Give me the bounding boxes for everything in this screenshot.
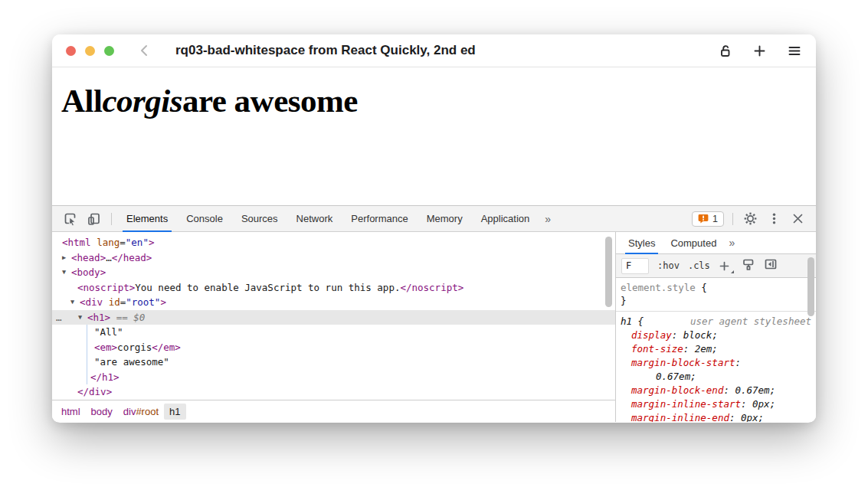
styles-scrollbar-thumb[interactable]: [807, 257, 814, 316]
disclosure-arrow-icon[interactable]: ▼: [62, 265, 66, 280]
css-property[interactable]: margin-inline-start: 0px;: [621, 397, 811, 411]
traffic-light-close[interactable]: [66, 46, 76, 56]
lock-open-icon[interactable]: [718, 44, 732, 58]
heading-text: All: [61, 83, 102, 119]
property-value: block;: [683, 329, 718, 341]
breadcrumb-item[interactable]: body: [86, 404, 118, 420]
css-property[interactable]: margin-inline-end: 0px;: [621, 411, 811, 422]
issues-badge[interactable]: 1: [692, 211, 724, 227]
css-property[interactable]: margin-block-start:: [621, 356, 811, 370]
tab-application[interactable]: Application: [472, 206, 539, 231]
code-token: </h1>: [90, 371, 120, 383]
rule-selector[interactable]: element.style {: [621, 281, 707, 294]
breadcrumb-item[interactable]: h1: [164, 404, 185, 420]
new-tab-plus-icon[interactable]: [752, 44, 767, 58]
code-token: <h1>: [87, 312, 110, 323]
devtools-panel: ElementsConsoleSourcesNetworkPerformance…: [52, 205, 816, 422]
property-colon: :: [723, 384, 735, 396]
breadcrumb-token: h1: [169, 406, 180, 417]
device-toolbar-icon[interactable]: [82, 211, 106, 226]
sidebar-tabs-overflow-button[interactable]: »: [724, 232, 739, 253]
tree-row[interactable]: <noscript>You need to enable JavaScript …: [52, 280, 615, 296]
code-token: =: [120, 237, 126, 248]
inspect-element-icon[interactable]: [58, 211, 82, 226]
tab-console[interactable]: Console: [177, 206, 232, 231]
page-title: rq03-bad-whitespace from React Quickly, …: [175, 43, 476, 58]
close-devtools-icon[interactable]: [786, 211, 810, 226]
property-value: 2em;: [695, 343, 718, 355]
issue-bubble-icon: [698, 214, 709, 224]
css-property[interactable]: display: block;: [621, 328, 811, 342]
tree-row[interactable]: </h1>: [52, 370, 615, 385]
sidebar-tab-styles[interactable]: Styles: [621, 232, 663, 253]
tabs-overflow-button[interactable]: »: [539, 213, 557, 225]
settings-gear-icon[interactable]: [739, 211, 762, 226]
property-name: margin-inline-start: [631, 398, 741, 410]
tab-elements[interactable]: Elements: [117, 206, 177, 231]
tab-network[interactable]: Network: [287, 206, 342, 231]
sidebar-tab-computed[interactable]: Computed: [663, 232, 724, 253]
toolbar-separator: [111, 213, 112, 225]
styles-filter-input[interactable]: [621, 258, 649, 274]
tree-row[interactable]: "are awesome": [52, 355, 615, 370]
rule-selector[interactable]: h1 {: [621, 315, 644, 328]
traffic-light-zoom[interactable]: [104, 46, 114, 56]
menu-hamburger-icon[interactable]: [787, 44, 802, 58]
css-property[interactable]: margin-block-end: 0.67em;: [621, 384, 811, 397]
elements-panel: <html lang="en">▶<head>…</head>▼<body><n…: [52, 232, 615, 422]
sidebar-tabs: StylesComputed»: [616, 232, 816, 254]
tree-row[interactable]: ▼<body>: [52, 265, 615, 280]
traffic-light-minimize[interactable]: [85, 46, 95, 56]
computed-sidebar-toggle-icon[interactable]: [764, 258, 778, 273]
toggle-hover-state-button[interactable]: :hov: [657, 260, 680, 271]
style-rule[interactable]: element.style {}: [616, 278, 816, 312]
disclosure-arrow-icon[interactable]: ▼: [70, 295, 74, 310]
tree-row[interactable]: ▶<head>…</head>: [52, 250, 615, 266]
toggle-class-button[interactable]: .cls: [688, 260, 710, 271]
property-value: 0px;: [741, 412, 764, 422]
breadcrumb-token: #root: [136, 406, 159, 417]
breadcrumb-token: body: [91, 406, 113, 417]
disclosure-arrow-icon[interactable]: ▼: [78, 310, 82, 325]
property-colon: :: [672, 329, 683, 341]
elements-tree: <html lang="en">▶<head>…</head>▼<body><n…: [52, 232, 615, 400]
toolbar-separator: [732, 213, 733, 225]
tree-row[interactable]: </div>: [52, 384, 615, 400]
code-token: </noscript>: [400, 282, 463, 293]
tab-performance[interactable]: Performance: [342, 206, 417, 231]
new-style-rule-plus-icon[interactable]: [719, 260, 733, 272]
back-button[interactable]: [137, 43, 152, 58]
breadcrumb-token: div: [123, 406, 136, 417]
property-name: font-size: [631, 343, 683, 355]
tab-memory[interactable]: Memory: [418, 206, 472, 231]
paint-roller-icon[interactable]: [742, 258, 755, 274]
code-token: </em>: [152, 342, 181, 353]
heading-text: corgis: [102, 83, 182, 119]
code-token: "All": [94, 326, 123, 338]
tree-row[interactable]: ▼<div id="root">: [52, 295, 615, 310]
chevron-left-icon: [137, 43, 152, 58]
tree-row[interactable]: <em>corgis</em>: [52, 340, 615, 355]
disclosure-arrow-icon[interactable]: ▶: [62, 250, 66, 266]
open-brace: {: [696, 282, 707, 293]
style-rule[interactable]: h1 {user agent stylesheetdisplay: block;…: [616, 312, 816, 422]
styles-rules: element.style {}h1 {user agent styleshee…: [616, 278, 816, 422]
row-overflow-dots[interactable]: …: [56, 310, 63, 325]
tab-sources[interactable]: Sources: [232, 206, 287, 231]
code-token: >: [160, 296, 166, 308]
code-token: "are awesome": [94, 356, 169, 368]
rule-selector-line: element.style {: [621, 281, 811, 294]
breadcrumb-item[interactable]: div#root: [118, 404, 164, 420]
tree-row[interactable]: <html lang="en">: [52, 235, 615, 250]
more-options-kebab-icon[interactable]: [762, 211, 786, 226]
css-property[interactable]: font-size: 2em;: [621, 342, 811, 356]
property-name: margin-inline-end: [631, 412, 729, 422]
tree-row[interactable]: "All": [52, 325, 615, 340]
selector-text: element.style: [621, 282, 696, 293]
breadcrumb-item[interactable]: html: [56, 404, 86, 420]
code-token: id: [109, 296, 120, 308]
css-property-value-wrapped[interactable]: 0.67em;: [621, 370, 811, 384]
code-token: </div>: [77, 386, 112, 397]
tree-row[interactable]: …▼<h1> == $0: [52, 310, 615, 325]
property-colon: :: [683, 343, 695, 355]
